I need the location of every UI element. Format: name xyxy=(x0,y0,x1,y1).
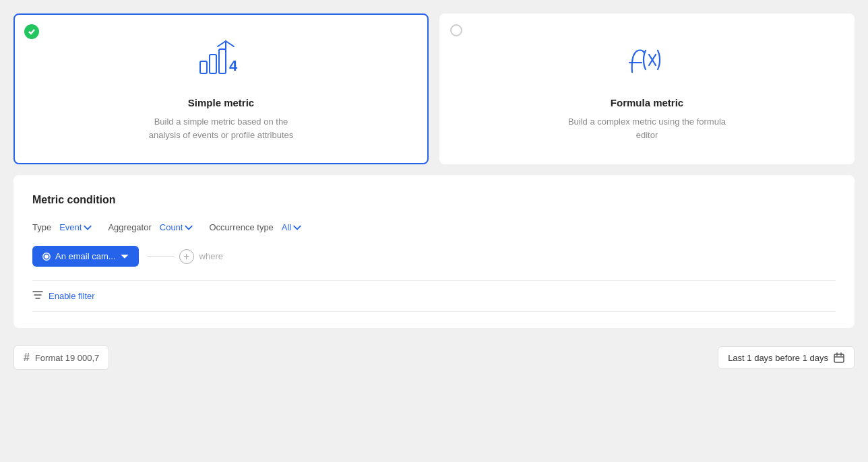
days-label: Last 1 days before 1 days xyxy=(728,353,828,363)
type-label: Type xyxy=(32,222,51,232)
calendar-icon xyxy=(834,352,844,363)
formula-metric-icon xyxy=(620,36,674,84)
occurrence-dropdown[interactable]: All xyxy=(282,222,301,232)
metric-condition-section: Metric condition Type Event Aggregator C… xyxy=(13,175,855,328)
svg-rect-2 xyxy=(219,49,226,73)
bottom-bar: # Format 19 000,7 Last 1 days before 1 d… xyxy=(13,339,855,376)
event-row: An email cam... + where xyxy=(32,246,836,267)
metric-type-cards: 4 Simple metric Build a simple metric ba… xyxy=(13,13,855,164)
svg-rect-1 xyxy=(210,55,216,73)
where-connector[interactable]: + where xyxy=(147,249,223,264)
simple-metric-icon: 4 xyxy=(194,36,248,84)
selected-checkmark xyxy=(24,24,39,39)
where-label: where xyxy=(199,251,223,261)
filter-row: Enable filter xyxy=(32,280,836,312)
simple-metric-title: Simple metric xyxy=(188,97,254,108)
add-where-button[interactable]: + xyxy=(179,249,194,264)
svg-point-9 xyxy=(45,255,48,257)
enable-filter-button[interactable]: Enable filter xyxy=(49,291,95,301)
event-button-label: An email cam... xyxy=(55,251,116,261)
format-label: Format 19 000,7 xyxy=(35,353,99,363)
days-badge[interactable]: Last 1 days before 1 days xyxy=(718,346,855,369)
svg-rect-13 xyxy=(834,354,844,362)
format-badge: # Format 19 000,7 xyxy=(13,345,109,370)
metric-condition-title: Metric condition xyxy=(32,194,836,206)
connector-line xyxy=(147,256,174,257)
type-value: Event xyxy=(59,222,82,232)
svg-text:4: 4 xyxy=(229,57,238,74)
simple-metric-card[interactable]: 4 Simple metric Build a simple metric ba… xyxy=(13,13,429,164)
svg-rect-0 xyxy=(200,61,207,73)
simple-metric-desc: Build a simple metric based on the analy… xyxy=(140,115,302,141)
event-select-button[interactable]: An email cam... xyxy=(32,246,139,267)
formula-metric-card[interactable]: Formula metric Build a complex metric us… xyxy=(439,13,855,164)
condition-controls-row: Type Event Aggregator Count Occurrence t… xyxy=(32,222,836,232)
filter-icon xyxy=(32,290,43,302)
occurrence-label: Occurrence type xyxy=(209,222,273,232)
aggregator-label: Aggregator xyxy=(108,222,151,232)
aggregator-dropdown[interactable]: Count xyxy=(160,222,193,232)
formula-metric-desc: Build a complex metric using the formula… xyxy=(566,115,728,141)
occurrence-value: All xyxy=(282,222,291,232)
formula-metric-title: Formula metric xyxy=(611,97,683,108)
aggregator-value: Count xyxy=(160,222,183,232)
type-dropdown[interactable]: Event xyxy=(59,222,92,232)
formula-metric-radio[interactable] xyxy=(450,24,462,36)
hash-icon: # xyxy=(24,352,30,364)
